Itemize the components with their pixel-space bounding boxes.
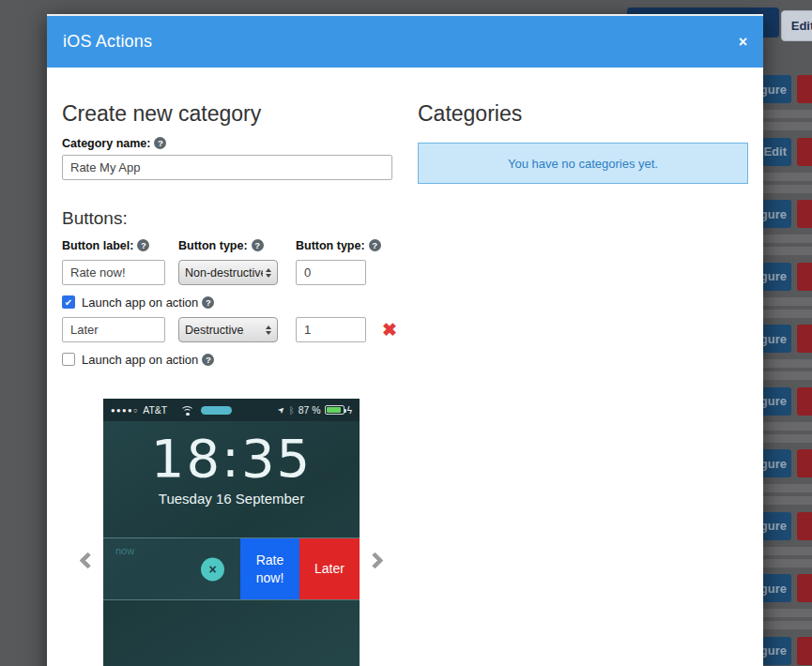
background-edit-button[interactable]: Edit [781, 10, 812, 41]
wifi-icon [180, 405, 194, 416]
delete-button[interactable] [797, 263, 812, 291]
notification-preview-carousel: ●●●●○ AT&T ➤ ᛒ 87 % ϟ 18:35 Tuesday 16 S… [79, 399, 411, 666]
empty-categories-notice: You have no categories yet. [418, 143, 748, 184]
location-icon: ➤ [276, 404, 287, 416]
button-label-input[interactable] [62, 260, 165, 285]
redacted-pill [201, 406, 232, 415]
delete-button[interactable] [797, 574, 812, 602]
charging-bolt-icon: ϟ [347, 405, 352, 416]
categories-panel: Categories You have no categories yet. [411, 101, 748, 666]
launch-app-checkbox[interactable]: ✔ [62, 295, 75, 309]
close-icon[interactable]: × [739, 35, 747, 50]
notification-action-rate[interactable]: Rate now! [240, 538, 299, 599]
button-type-select[interactable]: Non-destructive [178, 260, 278, 285]
select-arrows-icon [266, 268, 271, 278]
clock-date: Tuesday 16 September [103, 491, 360, 507]
help-icon[interactable]: ? [252, 239, 264, 251]
help-icon[interactable]: ? [154, 137, 166, 149]
delete-button[interactable] [797, 387, 812, 416]
bluetooth-icon: ᛒ [289, 405, 295, 416]
page-title: Create new category [62, 101, 411, 127]
delete-button[interactable] [797, 637, 812, 665]
carrier-label: AT&T [143, 404, 167, 416]
ios-actions-modal: iOS Actions × Create new category Catego… [47, 14, 763, 666]
clock-time: 18:35 [103, 429, 360, 489]
delete-button[interactable] [797, 325, 812, 353]
categories-heading: Categories [418, 101, 748, 127]
lockscreen-clock-area: 18:35 Tuesday 16 September [103, 421, 360, 537]
buttons-heading: Buttons: [62, 208, 411, 229]
notification-banner: now × Rate now! Later [103, 537, 360, 600]
category-name-input[interactable] [62, 155, 392, 180]
remove-button-icon[interactable]: ✖ [382, 321, 397, 339]
help-icon[interactable]: ? [202, 296, 214, 309]
modal-title: iOS Actions [63, 32, 152, 52]
button-label-input[interactable] [62, 317, 165, 342]
dismiss-icon[interactable]: × [201, 557, 224, 581]
delete-button[interactable] [797, 512, 812, 540]
notification-action-later[interactable]: Later [299, 538, 360, 599]
launch-app-row-2: Launch app on action ? [62, 352, 411, 367]
select-arrows-icon [266, 325, 271, 335]
launch-app-checkbox[interactable] [62, 353, 75, 366]
button-label-column-header: Button label: [62, 239, 133, 252]
lockscreen-lower-area [103, 600, 360, 666]
button-type-select[interactable]: Destructive [178, 317, 278, 342]
help-icon[interactable]: ? [369, 239, 381, 251]
button-order-input[interactable] [296, 317, 366, 342]
help-icon[interactable]: ? [137, 239, 149, 251]
delete-button[interactable] [797, 449, 812, 477]
chevron-left-icon[interactable] [79, 554, 94, 567]
category-name-label: Category name: [62, 137, 150, 150]
button-type-column-header: Button type: [178, 239, 248, 252]
delete-button[interactable] [797, 75, 812, 103]
help-icon[interactable]: ? [202, 354, 214, 366]
notification-timestamp: now [115, 545, 134, 556]
iphone-lockscreen-preview: ●●●●○ AT&T ➤ ᛒ 87 % ϟ 18:35 Tuesday 16 S… [103, 399, 360, 666]
modal-header: iOS Actions × [47, 16, 763, 68]
button-row-2: Destructive ✖ [62, 317, 411, 342]
launch-app-label: Launch app on action [82, 353, 198, 367]
delete-button[interactable] [797, 200, 812, 228]
phone-status-bar: ●●●●○ AT&T ➤ ᛒ 87 % ϟ [103, 399, 360, 421]
button-type-column-header: Button type: [296, 239, 365, 252]
button-row-1: Non-destructive [62, 260, 411, 285]
notification-body: now × [103, 538, 240, 599]
signal-dots-icon: ●●●●○ [111, 406, 139, 415]
launch-app-label: Launch app on action [82, 295, 198, 310]
delete-button[interactable] [797, 138, 812, 166]
button-order-input[interactable] [296, 260, 366, 285]
create-category-form: Create new category Category name: ? But… [62, 101, 411, 666]
battery-percent: 87 % [299, 404, 321, 416]
chevron-right-icon[interactable] [369, 554, 384, 567]
launch-app-row-1: ✔ Launch app on action ? [62, 295, 411, 310]
battery-icon [325, 405, 345, 415]
